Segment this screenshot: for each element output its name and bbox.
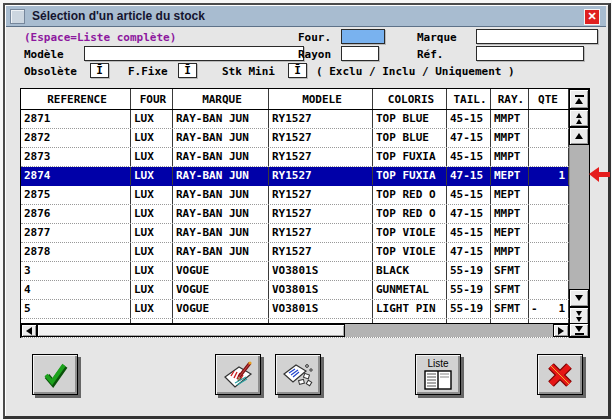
validate-button[interactable]: [32, 354, 78, 395]
column-header-marque: MARQUE: [173, 89, 269, 109]
scrollbar-track[interactable]: [569, 145, 589, 289]
scroll-right-icon[interactable]: [553, 324, 569, 337]
cell-tail: 45-15: [447, 186, 491, 204]
horizontal-scroll-track[interactable]: [345, 324, 553, 337]
table-row[interactable]: 2876LUXRAY-BAN JUNRY1527TOP RED O47-15MM…: [21, 205, 569, 224]
cell-four: LUX: [131, 243, 173, 261]
horizontal-scrollbar[interactable]: [21, 323, 569, 337]
cell-modele: RY1527: [269, 205, 373, 223]
ffixe-flag[interactable]: Ī: [178, 63, 197, 78]
ffixe-label: F.Fixe: [128, 65, 168, 78]
table-row[interactable]: 2875LUXRAY-BAN JUNRY1527TOP RED O45-15ME…: [21, 186, 569, 205]
cell-reference: 2874: [21, 167, 131, 185]
obsolete-label: Obsolète: [24, 65, 77, 78]
cell-coloris: TOP BLUE: [373, 110, 447, 128]
cell-four: LUX: [131, 148, 173, 166]
cell-marque: VOGUE: [173, 300, 269, 318]
cell-modele: RY1527: [269, 129, 373, 147]
red-cross-icon: [545, 361, 575, 389]
obsolete-flag[interactable]: Ī: [90, 63, 109, 78]
edit-button[interactable]: [215, 354, 261, 395]
paper-shred-icon: [282, 360, 314, 390]
cell-four: LUX: [131, 186, 173, 204]
horizontal-scroll-thumb[interactable]: [37, 324, 345, 337]
scroll-up-icon[interactable]: [569, 127, 589, 145]
cell-ray: MMPT: [491, 205, 529, 223]
rayon-label: Rayon: [298, 48, 331, 61]
four-label: Four.: [298, 31, 331, 44]
stkmini-flag[interactable]: Ī: [288, 63, 307, 78]
cell-tail: 47-15: [447, 205, 491, 223]
cell-modele: VO3801S: [269, 300, 373, 318]
system-menu-icon[interactable]: [10, 9, 25, 24]
green-check-icon: [41, 361, 69, 389]
ref-label: Réf.: [417, 48, 444, 61]
cell-four: LUX: [131, 167, 173, 185]
cell-reference: 2873: [21, 148, 131, 166]
exclu-inclu-hint: ( Exclu / Inclu / Uniquement ): [316, 65, 515, 78]
scroll-down-icon[interactable]: [569, 289, 589, 307]
table-grid: REFERENCEFOURMARQUEMODELECOLORISTAIL.RAY…: [21, 89, 569, 338]
cell-tail: 47-15: [447, 167, 491, 185]
liste-button-label: Liste: [427, 358, 448, 369]
marque-input[interactable]: [476, 29, 598, 44]
four-input[interactable]: [341, 29, 385, 44]
cell-four: LUX: [131, 129, 173, 147]
table-row[interactable]: 2877LUXRAY-BAN JUNRY1527TOP VIOLE45-15ME…: [21, 224, 569, 243]
table-row[interactable]: 2872LUXRAY-BAN JUNRY1527TOP BLUE47-15MMP…: [21, 129, 569, 148]
table-row[interactable]: 4LUXVOGUEVO3801SGUNMETAL55-19SFMT: [21, 281, 569, 300]
cell-reference: 2871: [21, 110, 131, 128]
paper-pencil-icon: [222, 360, 254, 390]
cell-qte: [529, 281, 569, 299]
modele-label: Modèle: [24, 48, 64, 61]
cell-four: LUX: [131, 281, 173, 299]
cell-marque: RAY-BAN JUN: [173, 243, 269, 261]
ref-input[interactable]: [476, 46, 584, 61]
cell-coloris: TOP FUXIA: [373, 148, 447, 166]
table-row[interactable]: 5LUXVOGUEVO3801SLIGHT PIN55-19SFMT-1: [21, 300, 569, 319]
table-row[interactable]: 2873LUXRAY-BAN JUNRY1527TOP FUXIA45-15MM…: [21, 148, 569, 167]
cell-ray: SFMT: [491, 262, 529, 280]
delete-button[interactable]: [275, 354, 321, 395]
cell-qte: -1: [529, 300, 569, 318]
column-header-four: FOUR: [131, 89, 173, 109]
row-pointer-icon: [589, 167, 611, 182]
cell-reference: 2876: [21, 205, 131, 223]
cell-qte: [529, 186, 569, 204]
cell-marque: RAY-BAN JUN: [173, 110, 269, 128]
table-row[interactable]: 3LUXVOGUEVO3801SBLACK55-19SFMT: [21, 262, 569, 281]
cell-reference: 3: [21, 262, 131, 280]
cell-marque: RAY-BAN JUN: [173, 148, 269, 166]
cell-modele: RY1527: [269, 243, 373, 261]
page-up-icon[interactable]: [569, 109, 589, 127]
table-row[interactable]: 2878LUXRAY-BAN JUNRY1527TOP VIOLE47-15MM…: [21, 243, 569, 262]
liste-button[interactable]: Liste: [415, 354, 461, 395]
title-bar[interactable]: Sélection d'un article du stock ✕: [6, 6, 606, 27]
cell-coloris: LIGHT PIN: [373, 300, 447, 318]
cell-ray: MMPT: [491, 243, 529, 261]
cell-reference: 5: [21, 300, 131, 318]
cell-qte: [529, 262, 569, 280]
cancel-button[interactable]: [537, 354, 583, 395]
scroll-home-icon[interactable]: [569, 89, 589, 109]
cell-modele: RY1527: [269, 148, 373, 166]
cell-tail: 55-19: [447, 262, 491, 280]
cell-coloris: GUNMETAL: [373, 281, 447, 299]
cell-tail: 45-15: [447, 148, 491, 166]
cell-modele: VO3801S: [269, 281, 373, 299]
table-row[interactable]: 2874LUXRAY-BAN JUNRY1527TOP FUXIA47-15ME…: [21, 167, 569, 186]
cell-coloris: TOP VIOLE: [373, 224, 447, 242]
stock-table: REFERENCEFOURMARQUEMODELECOLORISTAIL.RAY…: [20, 88, 590, 338]
column-header-tail: TAIL.: [447, 89, 491, 109]
cell-modele: VO3801S: [269, 262, 373, 280]
close-button[interactable]: ✕: [584, 9, 600, 25]
vertical-scrollbar[interactable]: [569, 89, 589, 325]
scroll-left-icon[interactable]: [21, 324, 37, 337]
scroll-end-icon[interactable]: [569, 323, 589, 337]
rayon-input[interactable]: [341, 46, 379, 61]
cell-tail: 47-15: [447, 129, 491, 147]
cell-ray: MEPT: [491, 167, 529, 185]
cell-four: LUX: [131, 300, 173, 318]
modele-input[interactable]: [84, 46, 304, 61]
table-row[interactable]: 2871LUXRAY-BAN JUNRY1527TOP BLUE45-15MMP…: [21, 110, 569, 129]
